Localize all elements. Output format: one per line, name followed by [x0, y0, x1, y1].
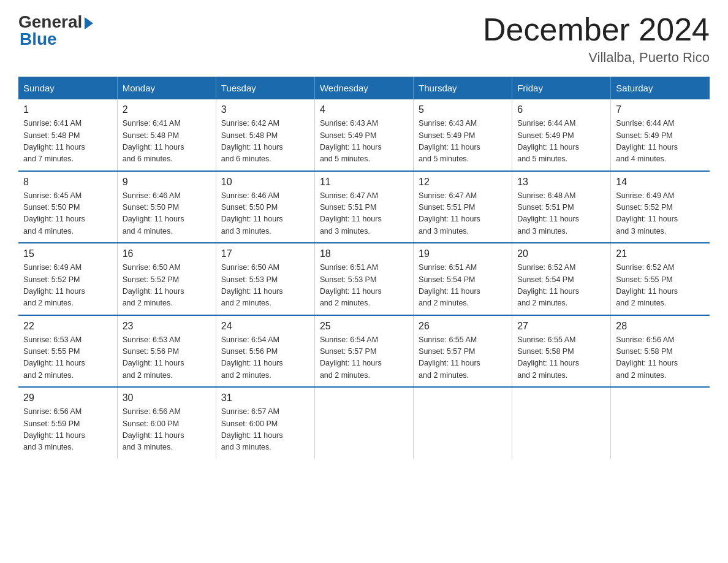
calendar-cell: 16 Sunrise: 6:50 AM Sunset: 5:52 PM Dayl…: [117, 243, 216, 315]
calendar-cell: 22 Sunrise: 6:53 AM Sunset: 5:55 PM Dayl…: [18, 315, 117, 388]
day-info: Sunrise: 6:48 AM Sunset: 5:51 PM Dayligh…: [517, 190, 605, 238]
calendar-header-friday: Friday: [512, 77, 611, 99]
calendar-cell: 24 Sunrise: 6:54 AM Sunset: 5:56 PM Dayl…: [216, 315, 314, 388]
calendar-cell: [314, 387, 413, 459]
header-row: SundayMondayTuesdayWednesdayThursdayFrid…: [18, 77, 710, 99]
day-number: 22: [23, 321, 112, 332]
calendar-cell: 25 Sunrise: 6:54 AM Sunset: 5:57 PM Dayl…: [314, 315, 413, 388]
day-info: Sunrise: 6:46 AM Sunset: 5:50 PM Dayligh…: [221, 190, 309, 238]
calendar-week-row: 1 Sunrise: 6:41 AM Sunset: 5:48 PM Dayli…: [18, 99, 710, 171]
day-info: Sunrise: 6:49 AM Sunset: 5:52 PM Dayligh…: [23, 262, 112, 310]
day-number: 7: [616, 104, 705, 115]
calendar-cell: 30 Sunrise: 6:56 AM Sunset: 6:00 PM Dayl…: [117, 387, 216, 459]
calendar-cell: 26 Sunrise: 6:55 AM Sunset: 5:57 PM Dayl…: [414, 315, 512, 388]
calendar-week-row: 8 Sunrise: 6:45 AM Sunset: 5:50 PM Dayli…: [18, 171, 710, 243]
calendar-cell: 15 Sunrise: 6:49 AM Sunset: 5:52 PM Dayl…: [18, 243, 117, 315]
calendar-cell: 18 Sunrise: 6:51 AM Sunset: 5:53 PM Dayl…: [314, 243, 413, 315]
calendar-cell: 8 Sunrise: 6:45 AM Sunset: 5:50 PM Dayli…: [18, 171, 117, 243]
day-info: Sunrise: 6:54 AM Sunset: 5:57 PM Dayligh…: [320, 334, 408, 382]
day-number: 2: [123, 104, 211, 115]
day-number: 21: [616, 248, 705, 259]
day-info: Sunrise: 6:51 AM Sunset: 5:54 PM Dayligh…: [419, 262, 507, 310]
calendar-cell: 10 Sunrise: 6:46 AM Sunset: 5:50 PM Dayl…: [216, 171, 314, 243]
day-number: 27: [517, 321, 605, 332]
day-info: Sunrise: 6:55 AM Sunset: 5:57 PM Dayligh…: [419, 334, 507, 382]
calendar-cell: 3 Sunrise: 6:42 AM Sunset: 5:48 PM Dayli…: [216, 99, 314, 171]
calendar-cell: 2 Sunrise: 6:41 AM Sunset: 5:48 PM Dayli…: [117, 99, 216, 171]
day-info: Sunrise: 6:52 AM Sunset: 5:54 PM Dayligh…: [517, 262, 605, 310]
day-info: Sunrise: 6:53 AM Sunset: 5:55 PM Dayligh…: [23, 334, 112, 382]
day-info: Sunrise: 6:42 AM Sunset: 5:48 PM Dayligh…: [221, 118, 309, 166]
calendar-header-tuesday: Tuesday: [216, 77, 314, 99]
calendar-cell: 7 Sunrise: 6:44 AM Sunset: 5:49 PM Dayli…: [611, 99, 710, 171]
day-number: 29: [23, 393, 112, 404]
calendar-header-thursday: Thursday: [414, 77, 512, 99]
day-number: 9: [123, 177, 211, 188]
day-number: 31: [221, 393, 309, 404]
day-info: Sunrise: 6:52 AM Sunset: 5:55 PM Dayligh…: [616, 262, 705, 310]
page-subtitle: Villalba, Puerto Rico: [483, 50, 710, 66]
calendar-cell: 6 Sunrise: 6:44 AM Sunset: 5:49 PM Dayli…: [512, 99, 611, 171]
day-info: Sunrise: 6:56 AM Sunset: 5:59 PM Dayligh…: [23, 406, 112, 454]
page-title: December 2024: [483, 12, 710, 47]
calendar-week-row: 29 Sunrise: 6:56 AM Sunset: 5:59 PM Dayl…: [18, 387, 710, 459]
day-number: 8: [23, 177, 112, 188]
day-info: Sunrise: 6:49 AM Sunset: 5:52 PM Dayligh…: [616, 190, 705, 238]
day-info: Sunrise: 6:56 AM Sunset: 6:00 PM Dayligh…: [123, 406, 211, 454]
day-number: 17: [221, 248, 309, 259]
day-number: 6: [517, 104, 605, 115]
day-number: 24: [221, 321, 309, 332]
calendar-cell: [512, 387, 611, 459]
day-number: 28: [616, 321, 705, 332]
calendar-header-saturday: Saturday: [611, 77, 710, 99]
day-number: 3: [221, 104, 309, 115]
calendar-cell: [611, 387, 710, 459]
calendar-cell: 12 Sunrise: 6:47 AM Sunset: 5:51 PM Dayl…: [414, 171, 512, 243]
day-info: Sunrise: 6:50 AM Sunset: 5:53 PM Dayligh…: [221, 262, 309, 310]
calendar-cell: 9 Sunrise: 6:46 AM Sunset: 5:50 PM Dayli…: [117, 171, 216, 243]
calendar-cell: 1 Sunrise: 6:41 AM Sunset: 5:48 PM Dayli…: [18, 99, 117, 171]
day-number: 25: [320, 321, 408, 332]
day-number: 14: [616, 177, 705, 188]
day-info: Sunrise: 6:47 AM Sunset: 5:51 PM Dayligh…: [419, 190, 507, 238]
calendar-cell: 28 Sunrise: 6:56 AM Sunset: 5:58 PM Dayl…: [611, 315, 710, 388]
calendar-cell: 27 Sunrise: 6:55 AM Sunset: 5:58 PM Dayl…: [512, 315, 611, 388]
day-number: 12: [419, 177, 507, 188]
calendar-cell: 4 Sunrise: 6:43 AM Sunset: 5:49 PM Dayli…: [314, 99, 413, 171]
calendar-cell: 17 Sunrise: 6:50 AM Sunset: 5:53 PM Dayl…: [216, 243, 314, 315]
day-number: 23: [123, 321, 211, 332]
calendar-cell: 19 Sunrise: 6:51 AM Sunset: 5:54 PM Dayl…: [414, 243, 512, 315]
day-info: Sunrise: 6:51 AM Sunset: 5:53 PM Dayligh…: [320, 262, 408, 310]
day-number: 15: [23, 248, 112, 259]
day-info: Sunrise: 6:43 AM Sunset: 5:49 PM Dayligh…: [419, 118, 507, 166]
logo: General Blue: [18, 12, 93, 49]
day-number: 16: [123, 248, 211, 259]
day-number: 11: [320, 177, 408, 188]
day-number: 18: [320, 248, 408, 259]
calendar-header-monday: Monday: [117, 77, 216, 99]
day-info: Sunrise: 6:57 AM Sunset: 6:00 PM Dayligh…: [221, 406, 309, 454]
calendar-cell: 29 Sunrise: 6:56 AM Sunset: 5:59 PM Dayl…: [18, 387, 117, 459]
day-number: 26: [419, 321, 507, 332]
day-info: Sunrise: 6:44 AM Sunset: 5:49 PM Dayligh…: [517, 118, 605, 166]
calendar-table: SundayMondayTuesdayWednesdayThursdayFrid…: [18, 77, 710, 459]
day-info: Sunrise: 6:55 AM Sunset: 5:58 PM Dayligh…: [517, 334, 605, 382]
day-info: Sunrise: 6:41 AM Sunset: 5:48 PM Dayligh…: [123, 118, 211, 166]
calendar-header-wednesday: Wednesday: [314, 77, 413, 99]
day-number: 20: [517, 248, 605, 259]
calendar-week-row: 15 Sunrise: 6:49 AM Sunset: 5:52 PM Dayl…: [18, 243, 710, 315]
logo-arrow-icon: [85, 17, 93, 29]
day-info: Sunrise: 6:44 AM Sunset: 5:49 PM Dayligh…: [616, 118, 705, 166]
logo-blue-text: Blue: [20, 29, 57, 49]
day-info: Sunrise: 6:56 AM Sunset: 5:58 PM Dayligh…: [616, 334, 705, 382]
day-info: Sunrise: 6:46 AM Sunset: 5:50 PM Dayligh…: [123, 190, 211, 238]
day-info: Sunrise: 6:45 AM Sunset: 5:50 PM Dayligh…: [23, 190, 112, 238]
page-header: General Blue December 2024 Villalba, Pue…: [18, 12, 710, 66]
calendar-header-sunday: Sunday: [18, 77, 117, 99]
day-info: Sunrise: 6:50 AM Sunset: 5:52 PM Dayligh…: [123, 262, 211, 310]
title-area: December 2024 Villalba, Puerto Rico: [483, 12, 710, 66]
day-info: Sunrise: 6:41 AM Sunset: 5:48 PM Dayligh…: [23, 118, 112, 166]
day-info: Sunrise: 6:43 AM Sunset: 5:49 PM Dayligh…: [320, 118, 408, 166]
calendar-cell: 5 Sunrise: 6:43 AM Sunset: 5:49 PM Dayli…: [414, 99, 512, 171]
day-number: 13: [517, 177, 605, 188]
